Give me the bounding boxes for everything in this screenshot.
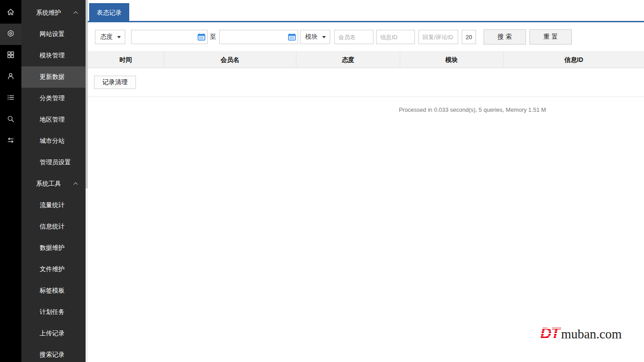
sidebar-item-label: 计划任务	[40, 308, 65, 316]
filter-bar: 态度 至 模块 搜 索 重 置	[95, 29, 644, 45]
search-icon	[6, 114, 15, 125]
sidebar-item-scheduled-tasks[interactable]: 计划任务	[21, 301, 86, 323]
attitude-select-value: 态度	[100, 33, 113, 41]
column-header-item-id: 信息ID	[504, 51, 644, 68]
sidebar-item-search-records[interactable]: 搜索记录	[21, 344, 86, 362]
logo-dt-text: DT	[540, 324, 561, 342]
item-id-input[interactable]	[376, 30, 415, 44]
sidebar-item-label: 网站设置	[40, 30, 65, 38]
chevron-down-icon	[322, 36, 326, 38]
rail-item-transfer[interactable]	[0, 130, 21, 152]
sidebar-item-traffic-stats[interactable]: 流量统计	[21, 195, 86, 216]
sidebar-group-system-tools[interactable]: 系统工具	[21, 173, 86, 195]
sidebar-item-upload-records[interactable]: 上传记录	[21, 323, 86, 344]
sidebar-item-label: 文件维护	[40, 265, 65, 273]
search-button[interactable]: 搜 索	[484, 29, 526, 45]
sidebar-item-website-settings[interactable]: 网站设置	[21, 24, 86, 45]
processed-status-text: Processed in 0.033 second(s), 5 queries,…	[399, 106, 546, 113]
rail-item-modules[interactable]	[0, 45, 21, 66]
sidebar-item-label: 模块管理	[40, 52, 65, 60]
sidebar-item-city-subsite[interactable]: 城市分站	[21, 130, 86, 152]
sidebar-item-module-management[interactable]: 模块管理	[21, 45, 86, 66]
column-header-member: 会员名	[164, 51, 296, 68]
sidebar-item-category-management[interactable]: 分类管理	[21, 88, 86, 109]
sidebar-group-system-maintenance[interactable]: 系统维护	[21, 2, 86, 24]
to-label: 至	[210, 33, 216, 41]
sidebar-item-region-management[interactable]: 地区管理	[21, 109, 86, 130]
user-icon	[6, 72, 15, 82]
sidebar-item-file-maintenance[interactable]: 文件维护	[21, 259, 86, 280]
logo-domain-text: muban.com	[561, 327, 622, 342]
table-header-row: 时间 会员名 态度 模块 信息ID	[88, 51, 644, 68]
clear-records-button[interactable]: 记录清理	[94, 76, 136, 89]
dtmuban-logo: DT muban.com	[540, 324, 622, 342]
sidebar-item-label: 流量统计	[40, 201, 65, 209]
calendar-icon[interactable]	[197, 33, 205, 41]
tab-bar: 表态记录	[88, 0, 644, 22]
tab-label: 表态记录	[97, 9, 122, 17]
attitude-select[interactable]: 态度	[95, 30, 125, 44]
date-from-wrap	[131, 30, 208, 44]
settings-icon	[6, 29, 15, 40]
rail-item-home[interactable]	[0, 2, 21, 24]
main-content: 表态记录 态度 至 模块 搜 索 重 置	[88, 0, 644, 362]
modules-grid-icon	[6, 50, 15, 61]
home-icon	[6, 8, 15, 18]
swap-arrows-icon	[6, 136, 15, 146]
sidebar-item-update-data[interactable]: 更新数据	[21, 66, 86, 88]
column-header-time: 时间	[88, 51, 164, 68]
date-to-wrap	[219, 30, 298, 44]
actions-row: 记录清理	[94, 76, 644, 89]
reset-button[interactable]: 重 置	[529, 29, 572, 45]
sidebar-item-label: 更新数据	[40, 73, 65, 81]
sidebar-item-label: 城市分站	[40, 137, 65, 145]
sidebar-group-label: 系统工具	[21, 180, 74, 188]
sidebar-item-info-stats[interactable]: 信息统计	[21, 216, 86, 237]
date-from-input[interactable]	[131, 30, 208, 44]
column-header-attitude: 态度	[296, 51, 400, 68]
rail-item-content-list[interactable]	[0, 88, 21, 109]
member-name-input[interactable]	[334, 30, 373, 44]
list-icon	[6, 93, 15, 104]
rail-item-settings[interactable]	[0, 24, 21, 45]
sidebar-item-label: 搜索记录	[40, 351, 65, 359]
tab-attitude-records[interactable]: 表态记录	[89, 3, 129, 22]
section-divider	[88, 97, 644, 97]
sidebar-group-label: 系统维护	[21, 9, 74, 17]
calendar-icon[interactable]	[288, 33, 296, 41]
sidebar-item-label: 上传记录	[40, 329, 65, 338]
sidebar-item-admin-settings[interactable]: 管理员设置	[21, 152, 86, 173]
column-header-module: 模块	[400, 51, 504, 68]
module-select[interactable]: 模块	[300, 30, 330, 44]
sidebar-item-label: 信息统计	[40, 223, 65, 231]
reply-comment-id-input[interactable]	[418, 30, 458, 44]
chevron-down-icon	[117, 36, 121, 38]
module-select-value: 模块	[305, 33, 318, 41]
date-to-input[interactable]	[219, 30, 298, 44]
icon-rail	[0, 0, 21, 362]
sidebar-item-data-maintenance[interactable]: 数据维护	[21, 237, 86, 259]
sidebar-item-label: 标签模板	[40, 287, 65, 295]
sidebar-item-label: 管理员设置	[40, 159, 71, 167]
rail-item-search[interactable]	[0, 109, 21, 130]
sidebar-item-label: 分类管理	[40, 94, 65, 102]
page-size-input[interactable]	[462, 30, 476, 44]
sidebar-menu: 系统维护 网站设置 模块管理 更新数据 分类管理 地区管理 城市分站 管理员设置…	[21, 0, 86, 362]
sidebar-item-tag-templates[interactable]: 标签模板	[21, 280, 86, 301]
rail-item-members[interactable]	[0, 66, 21, 88]
sidebar-item-label: 地区管理	[40, 116, 65, 124]
sidebar-item-label: 数据维护	[40, 244, 65, 252]
